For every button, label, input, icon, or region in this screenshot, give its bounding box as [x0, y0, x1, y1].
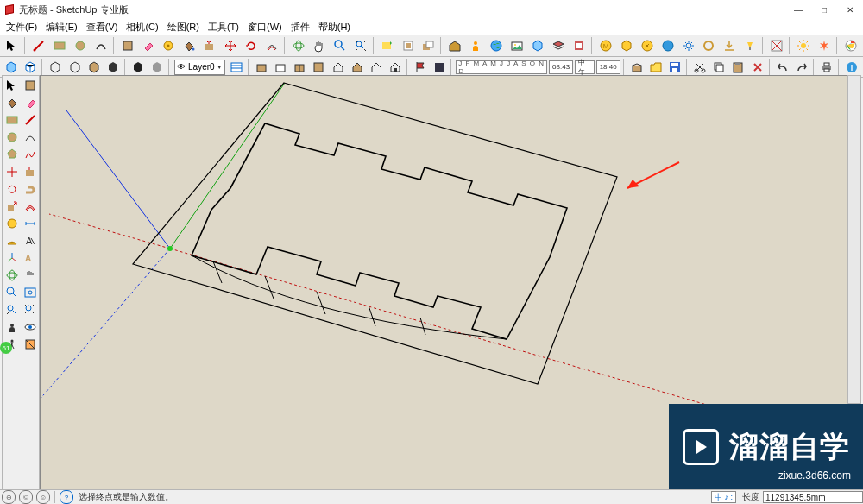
menu-plugins[interactable]: 插件	[287, 21, 314, 34]
box4-icon[interactable]	[310, 58, 327, 77]
measurement-value[interactable]: 11291345.5mm	[763, 491, 863, 503]
lt-freehand-icon[interactable]	[22, 146, 39, 163]
gold-3-icon[interactable]	[638, 36, 657, 55]
photo-texture-icon[interactable]	[507, 36, 526, 55]
layer-icon[interactable]	[549, 36, 568, 55]
layer-selector[interactable]: 👁 Layer0 ▼	[174, 60, 225, 75]
menu-view[interactable]: 查看(V)	[82, 21, 123, 34]
house2-icon[interactable]	[349, 58, 366, 77]
get-models-icon[interactable]	[399, 36, 418, 55]
lt-zoomwin-icon[interactable]	[22, 284, 39, 301]
solid-dark-icon[interactable]	[129, 58, 147, 77]
solid-4-icon[interactable]	[66, 58, 83, 77]
status-credits-icon[interactable]: ©	[19, 490, 33, 504]
maximize-button[interactable]: □	[811, 0, 837, 19]
lt-follow-icon[interactable]	[22, 180, 39, 198]
lt-eraser-icon[interactable]	[22, 94, 39, 111]
layer-manager-icon[interactable]	[228, 58, 245, 77]
make-component-icon[interactable]	[118, 36, 137, 55]
time-end[interactable]: 18:46	[596, 60, 620, 74]
ring-icon[interactable]	[700, 36, 719, 55]
blue-sphere-icon[interactable]	[658, 36, 677, 55]
rect-tool-icon[interactable]	[50, 36, 69, 55]
lt-select-icon[interactable]	[3, 77, 21, 94]
solid-3-icon[interactable]	[47, 58, 64, 77]
close-button[interactable]: ✕	[837, 0, 863, 19]
house1-icon[interactable]	[329, 58, 346, 77]
circle-tool-icon[interactable]	[71, 36, 90, 55]
orbit-tool-icon[interactable]	[289, 36, 308, 55]
delete-icon[interactable]	[749, 58, 766, 77]
copy-icon[interactable]	[710, 58, 728, 77]
notification-badge[interactable]: 61	[0, 342, 12, 354]
menu-window[interactable]: 窗口(W)	[243, 21, 287, 34]
person-icon[interactable]	[466, 36, 485, 55]
line-tool-icon[interactable]	[29, 36, 48, 55]
move-tool-icon[interactable]	[221, 36, 240, 55]
print-icon[interactable]	[818, 58, 835, 77]
time-start[interactable]: 08:43	[549, 60, 573, 74]
menu-tools[interactable]: 工具(T)	[204, 21, 243, 34]
redo-icon[interactable]	[793, 58, 810, 77]
lt-polygon-icon[interactable]	[3, 146, 21, 163]
pan-tool-icon[interactable]	[310, 36, 329, 55]
lt-bucket-icon[interactable]	[3, 94, 21, 111]
gold-2-icon[interactable]	[617, 36, 636, 55]
lt-scale-icon[interactable]	[3, 198, 21, 215]
lt-position-icon[interactable]	[3, 318, 21, 336]
solid-2-icon[interactable]	[22, 58, 39, 77]
flag-icon[interactable]	[412, 58, 429, 77]
status-user-icon[interactable]: ☺	[36, 490, 50, 504]
share-model-icon[interactable]	[419, 36, 438, 55]
earth-icon[interactable]	[487, 36, 506, 55]
status-geo-icon[interactable]: ⊕	[2, 490, 16, 504]
box1-icon[interactable]	[253, 58, 270, 77]
cut-icon[interactable]	[691, 58, 709, 77]
lt-protractor-icon[interactable]	[3, 232, 21, 249]
menu-camera[interactable]: 相机(C)	[122, 21, 162, 34]
download-icon[interactable]	[720, 36, 739, 55]
house4-icon[interactable]	[387, 58, 404, 77]
month-slider[interactable]: J F M A M J J A S O N D	[456, 60, 547, 74]
box3-icon[interactable]	[291, 58, 308, 77]
dark-box-icon[interactable]	[431, 58, 448, 77]
add-geo-icon[interactable]	[378, 36, 397, 55]
box2-icon[interactable]	[272, 58, 289, 77]
lt-rect-icon[interactable]	[3, 111, 21, 129]
solid-6-icon[interactable]	[104, 58, 122, 77]
solid-1-icon[interactable]	[3, 58, 20, 77]
lt-arc-icon[interactable]	[22, 129, 39, 146]
solid-grey-icon[interactable]	[148, 58, 166, 77]
lt-pan-icon[interactable]	[22, 267, 39, 284]
lt-dimension-icon[interactable]	[22, 215, 39, 232]
menu-draw[interactable]: 绘图(R)	[163, 21, 204, 34]
extension-icon[interactable]	[570, 36, 589, 55]
lt-tape-icon[interactable]	[3, 215, 21, 232]
gold-1-icon[interactable]: M	[596, 36, 615, 55]
component-icon[interactable]	[528, 36, 547, 55]
undo-icon[interactable]	[774, 58, 791, 77]
lt-prev-icon[interactable]	[3, 301, 21, 318]
burst-icon[interactable]	[815, 36, 834, 55]
vertical-scrollbar[interactable]	[847, 75, 861, 404]
paint-bucket-icon[interactable]	[180, 36, 198, 55]
lt-section-icon[interactable]	[22, 336, 39, 353]
lt-circle-icon[interactable]	[3, 129, 21, 146]
info-icon[interactable]: i	[843, 58, 860, 77]
lt-move-icon[interactable]	[3, 163, 21, 180]
lt-component-icon[interactable]	[22, 77, 39, 94]
lt-offset-icon[interactable]	[22, 198, 39, 215]
menu-file[interactable]: 文件(F)	[2, 21, 41, 34]
zoom-extents-icon[interactable]	[351, 36, 370, 55]
lt-rotate-icon[interactable]	[3, 180, 21, 198]
sun-icon[interactable]	[794, 36, 813, 55]
lt-zoom-icon[interactable]	[3, 284, 21, 301]
arc-tool-icon[interactable]	[91, 36, 110, 55]
chrome-icon[interactable]	[841, 36, 860, 55]
lt-axes-icon[interactable]	[3, 249, 21, 267]
solid-5-icon[interactable]	[85, 58, 103, 77]
paste-icon[interactable]	[729, 58, 746, 77]
open-icon[interactable]	[647, 58, 665, 77]
lamp-icon[interactable]	[740, 36, 759, 55]
lt-zoomext-icon[interactable]	[22, 301, 39, 318]
